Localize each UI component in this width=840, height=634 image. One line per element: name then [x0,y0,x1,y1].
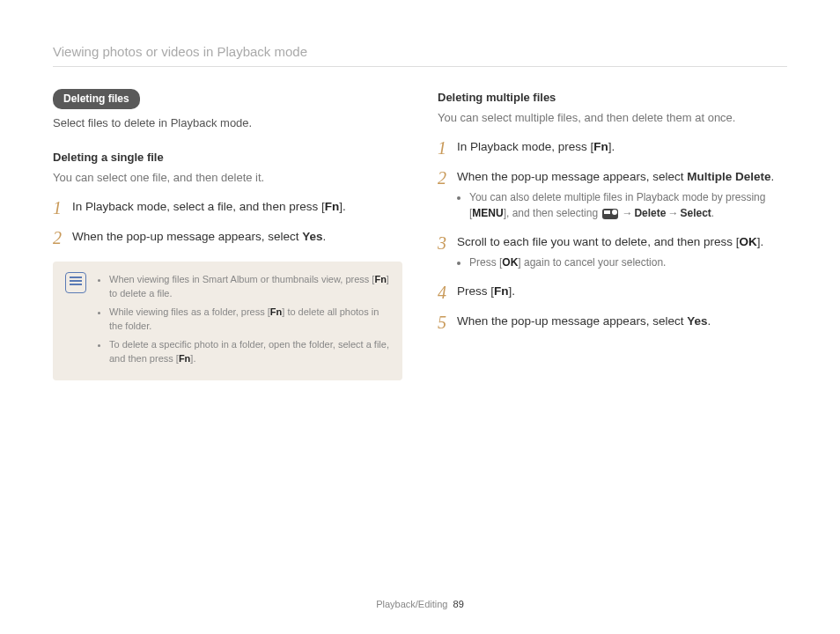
step-text: In Playback mode, press [Fn]. [457,138,787,156]
section-intro: Select files to delete in Playback mode. [53,114,402,133]
subintro-single: You can select one file, and then delete… [53,169,402,188]
sub-bullet-item: Press [OK] again to cancel your selectio… [469,254,787,270]
fn-key: Fn [494,284,509,298]
step-text: Scroll to each file you want to delete, … [457,233,787,272]
page-footer: Playback/Editing 89 [0,599,840,609]
step-number: 2 [53,228,72,247]
subintro-multiple: You can select multiple files, and then … [438,109,787,128]
page-number: 89 [453,599,464,609]
arrow-icon: → [622,207,632,219]
ok-key: OK [502,256,518,269]
step-number: 2 [438,168,457,188]
fn-key: Fn [593,140,608,153]
step-number: 1 [438,138,457,158]
note-item: While viewing files as a folder, press [… [109,305,390,334]
step-5: 5 When the pop-up message appears, selec… [438,313,787,332]
step-text: When the pop-up message appears, select … [457,313,787,330]
body-columns: Deleting files Select files to delete in… [53,89,787,380]
note-icon [65,272,86,293]
footer-section: Playback/Editing [376,599,447,609]
subheading-multiple: Deleting multiple files [438,89,787,107]
menu-key: MENU [472,207,503,219]
arrow-icon: → [667,207,678,219]
section-pill: Deleting files [53,89,140,109]
fn-key: Fn [374,274,386,284]
step-number: 5 [438,313,457,332]
step-1: 1 In Playback mode, press [Fn]. [438,138,787,158]
step-text: Press [Fn]. [457,283,787,300]
sub-bullet-item: You can also delete multiple files in Pl… [469,189,787,221]
step-number: 4 [438,283,457,302]
right-column: Deleting multiple files You can select m… [438,89,787,380]
note-item: When viewing files in Smart Album or thu… [109,272,390,301]
subheading-single: Deleting a single file [53,149,402,167]
note-box: When viewing files in Smart Album or thu… [53,262,402,380]
step-3: 3 Scroll to each file you want to delete… [438,233,787,272]
fn-key: Fn [270,306,282,317]
step-text: When the pop-up message appears, select … [457,168,787,223]
fn-key: Fn [325,200,340,213]
note-item: To delete a specific photo in a folder, … [109,337,390,366]
step-number: 1 [53,198,72,217]
step-text: In Playback mode, select a file, and the… [72,198,402,216]
header-rule [53,66,787,67]
fn-key: Fn [179,353,190,364]
tool-icon [602,209,618,219]
sub-bullets: Press [OK] again to cancel your selectio… [457,254,787,270]
step-4: 4 Press [Fn]. [438,283,787,302]
manual-page: Viewing photos or videos in Playback mod… [0,0,840,634]
left-column: Deleting files Select files to delete in… [53,89,402,380]
step-2: 2 When the pop-up message appears, selec… [438,168,787,223]
step-text: When the pop-up message appears, select … [72,228,402,246]
note-list: When viewing files in Smart Album or thu… [97,272,390,370]
ok-key: OK [739,235,756,248]
step-1: 1 In Playback mode, select a file, and t… [53,198,402,217]
step-number: 3 [438,233,457,253]
sub-bullets: You can also delete multiple files in Pl… [457,189,787,221]
step-2: 2 When the pop-up message appears, selec… [53,228,402,247]
page-header: Viewing photos or videos in Playback mod… [53,44,787,59]
